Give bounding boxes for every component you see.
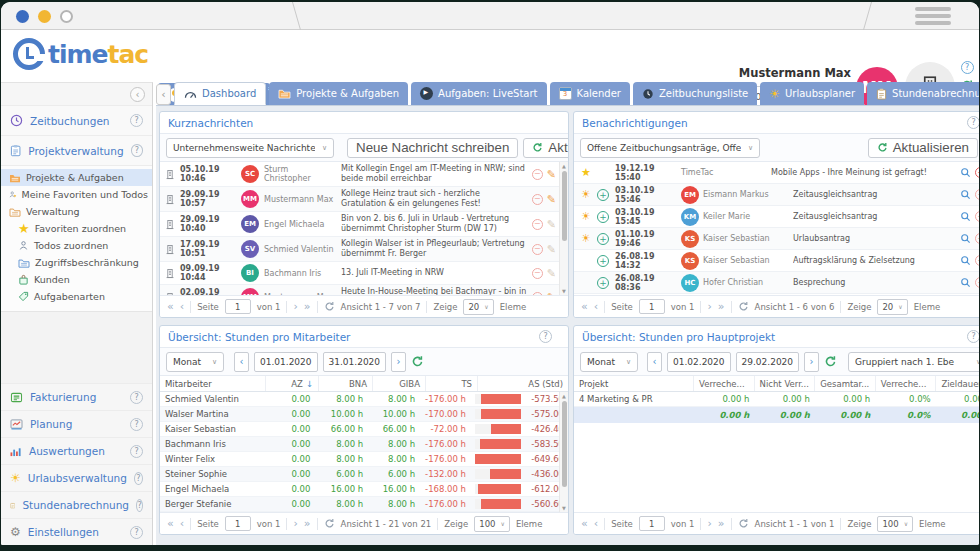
help-icon[interactable]: ? <box>967 116 979 129</box>
notification-filter-select[interactable]: Offene Zeitbuchungsanträge, Offen <box>580 138 760 158</box>
refresh-icon[interactable] <box>738 301 749 312</box>
dismiss-icon[interactable] <box>975 255 979 266</box>
next-period-icon[interactable] <box>391 352 406 372</box>
add-booking-icon[interactable] <box>597 233 609 245</box>
magnifier-icon[interactable] <box>960 277 971 288</box>
scroll-up-icon[interactable] <box>560 162 568 170</box>
last-page-icon[interactable] <box>718 301 725 312</box>
help-icon[interactable]: ? <box>134 472 143 485</box>
column-header[interactable]: GIBA <box>373 376 426 391</box>
column-header[interactable]: Gesamtar... <box>815 376 876 391</box>
add-booking-icon[interactable] <box>597 189 609 201</box>
help-icon[interactable]: ? <box>131 144 143 157</box>
sidebar-item-zeitbuchungen[interactable]: Zeitbuchungen ? <box>1 105 152 135</box>
sidebar-item-projektverwaltung[interactable]: Projektverwaltung ? <box>1 135 152 165</box>
refresh-button[interactable]: Aktualisieren <box>523 138 569 158</box>
dismiss-icon[interactable] <box>975 233 979 244</box>
help-icon[interactable]: ? <box>967 330 979 343</box>
edit-icon[interactable] <box>547 268 556 279</box>
tab-stundenabrechnung[interactable]: Stundenabrechnung <box>867 82 979 105</box>
date-from-input[interactable]: 01.01.2020 <box>254 352 318 372</box>
delete-icon[interactable] <box>532 169 543 180</box>
scrollbar-thumb[interactable] <box>562 171 567 241</box>
tab-urlaubsplaner[interactable]: Urlaubsplaner <box>760 82 864 105</box>
delete-icon[interactable] <box>532 194 543 205</box>
date-from-input[interactable]: 01.02.2020 <box>667 352 731 372</box>
next-period-icon[interactable] <box>804 352 819 372</box>
column-header[interactable]: Verreche... <box>876 376 937 391</box>
tab-aufgaben-livestart[interactable]: Aufgaben: LiveStart <box>411 82 546 105</box>
page-size-select[interactable]: 20 <box>877 299 907 315</box>
sidebar-item-urlaubsverwaltung[interactable]: Urlaubsverwaltung ? <box>1 464 152 491</box>
help-icon[interactable]: ? <box>130 526 143 539</box>
prev-page-icon[interactable] <box>594 301 598 312</box>
window-dot-yellow-icon[interactable] <box>38 10 51 23</box>
help-icon[interactable]: ? <box>136 499 143 512</box>
next-page-icon[interactable] <box>707 518 711 529</box>
prev-page-icon[interactable] <box>180 518 184 529</box>
page-input[interactable] <box>225 516 251 531</box>
help-icon[interactable]: ? <box>539 330 552 343</box>
sidebar-item-aufgabenarten[interactable]: Aufgabenarten <box>1 288 152 305</box>
add-booking-icon[interactable] <box>597 211 609 223</box>
tab-kalender[interactable]: 3 Kalender <box>550 82 630 105</box>
column-header[interactable]: AS (Std) <box>478 376 568 391</box>
dismiss-icon[interactable] <box>975 167 979 178</box>
column-header[interactable]: Projekt <box>574 376 694 391</box>
period-select[interactable]: Monat <box>580 352 638 372</box>
window-dot-blue-icon[interactable] <box>16 10 29 23</box>
page-size-select[interactable]: 100 <box>474 516 510 532</box>
refresh-button[interactable]: Aktualisieren <box>868 138 978 158</box>
help-icon[interactable]: ? <box>130 114 143 127</box>
tab-zeitbuchungsliste[interactable]: Zeitbuchungsliste <box>633 82 757 105</box>
delete-icon[interactable] <box>532 268 543 279</box>
delete-icon[interactable] <box>532 244 543 255</box>
tab-dashboard[interactable]: Dashboard <box>174 82 266 105</box>
page-input[interactable] <box>225 299 251 314</box>
magnifier-icon[interactable] <box>960 211 971 222</box>
first-page-icon[interactable] <box>581 518 588 529</box>
sidebar-item-planung[interactable]: Planung ? <box>1 410 152 437</box>
tabs-scroll-left-button[interactable] <box>156 84 171 105</box>
page-size-select[interactable]: 20 <box>463 299 493 315</box>
sidebar-item-zugriffsbeschraenkung[interactable]: Zugriffsbeschränkung <box>1 254 152 271</box>
edit-icon[interactable] <box>547 244 556 255</box>
help-icon[interactable]: ? <box>130 445 143 458</box>
column-header[interactable]: BNA <box>319 376 373 391</box>
last-page-icon[interactable] <box>304 518 311 529</box>
scroll-down-icon[interactable] <box>560 287 568 295</box>
refresh-icon[interactable] <box>824 355 837 368</box>
page-input[interactable] <box>639 299 665 314</box>
next-page-icon[interactable] <box>707 301 711 312</box>
next-page-icon[interactable] <box>293 518 297 529</box>
sidebar-item-kunden[interactable]: Kunden <box>1 271 152 288</box>
delete-icon[interactable] <box>532 219 543 230</box>
add-booking-icon[interactable] <box>597 255 609 267</box>
sidebar-item-todos-zuordnen[interactable]: Todos zuordnen <box>1 237 152 254</box>
help-icon[interactable]: ? <box>130 418 143 431</box>
sidebar-item-meine-favoriten[interactable]: Meine Favoriten und Todos <box>1 186 152 203</box>
column-header-sorted[interactable]: AZ <box>266 376 319 391</box>
help-icon[interactable]: ? <box>130 391 143 404</box>
column-header[interactable]: Zieldauer <box>936 376 979 391</box>
refresh-icon[interactable] <box>324 518 335 529</box>
magnifier-icon[interactable] <box>960 233 971 244</box>
scroll-down-icon[interactable] <box>560 504 568 512</box>
sidebar-item-verwaltung[interactable]: Verwaltung <box>1 203 152 220</box>
sidebar-item-projekte-aufgaben[interactable]: Projekte & Aufgaben <box>1 169 152 186</box>
help-icon[interactable]: ? <box>961 61 974 74</box>
delete-icon[interactable] <box>532 292 543 296</box>
column-header[interactable]: TS <box>426 376 478 391</box>
first-page-icon[interactable] <box>167 301 174 312</box>
last-page-icon[interactable] <box>304 301 311 312</box>
first-page-icon[interactable] <box>581 301 588 312</box>
edit-icon[interactable] <box>547 292 556 296</box>
period-select[interactable]: Monat <box>166 352 224 372</box>
page-size-select[interactable]: 100 <box>877 516 913 532</box>
add-booking-icon[interactable] <box>597 277 609 289</box>
sidebar-item-favoriten-zuordnen[interactable]: Favoriten zuordnen <box>1 220 152 237</box>
dismiss-icon[interactable] <box>975 189 979 200</box>
magnifier-icon[interactable] <box>960 189 971 200</box>
tab-projekte-aufgaben[interactable]: Projekte & Aufgaben <box>269 82 408 105</box>
first-page-icon[interactable] <box>167 518 174 529</box>
